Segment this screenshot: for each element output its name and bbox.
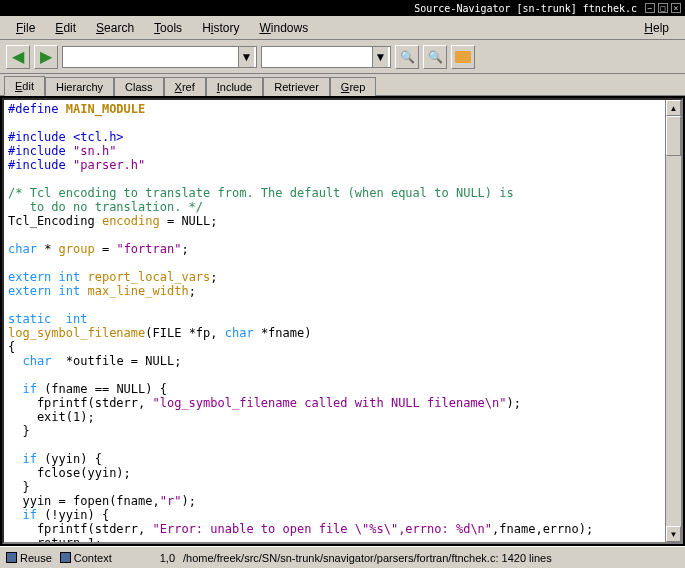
code-line[interactable]: char * group = "fortran"; bbox=[8, 242, 677, 256]
tab-include[interactable]: Include bbox=[206, 77, 263, 96]
code-line[interactable]: extern int report_local_vars; bbox=[8, 270, 677, 284]
open-button[interactable] bbox=[451, 45, 475, 69]
code-line[interactable]: #include <tcl.h> bbox=[8, 130, 677, 144]
tab-xref[interactable]: Xref bbox=[164, 77, 206, 96]
code-line[interactable]: return 1; bbox=[8, 536, 677, 544]
cursor-position: 1,0 bbox=[160, 552, 175, 564]
code-line[interactable]: if (!yyin) { bbox=[8, 508, 677, 522]
code-line[interactable] bbox=[8, 438, 677, 452]
code-line[interactable] bbox=[8, 298, 677, 312]
search-icon: 🔍 bbox=[428, 50, 443, 64]
code-editor[interactable]: #define MAIN_MODULE #include <tcl.h>#inc… bbox=[2, 98, 683, 544]
code-line[interactable]: exit(1); bbox=[8, 410, 677, 424]
scroll-up-icon[interactable]: ▲ bbox=[666, 100, 681, 116]
reuse-toggle[interactable]: Reuse bbox=[6, 552, 52, 564]
code-line[interactable] bbox=[8, 368, 677, 382]
code-line[interactable]: #include "sn.h" bbox=[8, 144, 677, 158]
checkbox-icon bbox=[60, 552, 71, 563]
file-path-status: /home/freek/src/SN/sn-trunk/snavigator/p… bbox=[183, 552, 679, 564]
arrow-left-icon: ◀ bbox=[12, 47, 24, 66]
tab-class[interactable]: Class bbox=[114, 77, 164, 96]
tab-retriever[interactable]: Retriever bbox=[263, 77, 330, 96]
code-line[interactable]: yyin = fopen(fname,"r"); bbox=[8, 494, 677, 508]
statusbar: Reuse Context 1,0 /home/freek/src/SN/sn-… bbox=[0, 546, 685, 568]
context-toggle[interactable]: Context bbox=[60, 552, 112, 564]
menu-tools[interactable]: Tools bbox=[144, 18, 192, 38]
code-content[interactable]: #define MAIN_MODULE #include <tcl.h>#inc… bbox=[4, 100, 681, 544]
code-line[interactable] bbox=[8, 116, 677, 130]
menu-history[interactable]: History bbox=[192, 18, 249, 38]
tab-edit[interactable]: Edit bbox=[4, 76, 45, 96]
code-line[interactable]: } bbox=[8, 480, 677, 494]
tab-hierarchy[interactable]: Hierarchy bbox=[45, 77, 114, 96]
search-doc-icon: 🔍 bbox=[400, 50, 415, 64]
vertical-scrollbar[interactable]: ▲ ▼ bbox=[665, 100, 681, 542]
code-line[interactable]: /* Tcl encoding to translate from. The d… bbox=[8, 186, 677, 200]
minimize-icon[interactable]: − bbox=[645, 3, 655, 13]
search-button[interactable]: 🔍 bbox=[423, 45, 447, 69]
code-line[interactable]: if (yyin) { bbox=[8, 452, 677, 466]
scroll-thumb[interactable] bbox=[666, 116, 681, 156]
menu-help[interactable]: Help bbox=[634, 18, 679, 38]
menu-edit[interactable]: Edit bbox=[45, 18, 86, 38]
filter-combo[interactable]: ▼ bbox=[261, 46, 391, 68]
code-line[interactable] bbox=[8, 256, 677, 270]
code-line[interactable]: fclose(yyin); bbox=[8, 466, 677, 480]
code-line[interactable]: static int bbox=[8, 312, 677, 326]
code-line[interactable] bbox=[8, 228, 677, 242]
chevron-down-icon[interactable]: ▼ bbox=[238, 47, 254, 67]
code-line[interactable]: if (fname == NULL) { bbox=[8, 382, 677, 396]
tab-grep[interactable]: Grep bbox=[330, 77, 376, 96]
find-button[interactable]: 🔍 bbox=[395, 45, 419, 69]
window-title: Source-Navigator [sn-trunk] ftnchek.c bbox=[414, 3, 637, 14]
menu-search[interactable]: Search bbox=[86, 18, 144, 38]
code-line[interactable]: char *outfile = NULL; bbox=[8, 354, 677, 368]
code-line[interactable]: fprintf(stderr, "Error: unable to open f… bbox=[8, 522, 677, 536]
close-icon[interactable]: × bbox=[671, 3, 681, 13]
code-line[interactable]: #define MAIN_MODULE bbox=[8, 102, 677, 116]
checkbox-icon bbox=[6, 552, 17, 563]
arrow-right-icon: ▶ bbox=[40, 47, 52, 66]
code-line[interactable]: { bbox=[8, 340, 677, 354]
chevron-down-icon[interactable]: ▼ bbox=[372, 47, 388, 67]
tabbar: Edit Hierarchy Class Xref Include Retrie… bbox=[0, 74, 685, 96]
forward-button[interactable]: ▶ bbox=[34, 45, 58, 69]
code-line[interactable]: fprintf(stderr, "log_symbol_filename cal… bbox=[8, 396, 677, 410]
menu-windows[interactable]: Windows bbox=[249, 18, 318, 38]
code-line[interactable]: extern int max_line_width; bbox=[8, 284, 677, 298]
code-line[interactable]: log_symbol_filename(FILE *fp, char *fnam… bbox=[8, 326, 677, 340]
filter-input[interactable] bbox=[262, 47, 372, 67]
menubar: File Edit Search Tools History Windows H… bbox=[0, 16, 685, 40]
reuse-label: Reuse bbox=[20, 552, 52, 564]
toolbar: ◀ ▶ ▼ ▼ 🔍 🔍 bbox=[0, 40, 685, 74]
code-line[interactable]: #include "parser.h" bbox=[8, 158, 677, 172]
menu-file[interactable]: File bbox=[6, 18, 45, 38]
symbol-input[interactable] bbox=[63, 47, 238, 67]
code-line[interactable]: Tcl_Encoding encoding = NULL; bbox=[8, 214, 677, 228]
titlebar: Source-Navigator [sn-trunk] ftnchek.c − … bbox=[0, 0, 685, 16]
symbol-combo[interactable]: ▼ bbox=[62, 46, 257, 68]
maximize-icon[interactable]: □ bbox=[658, 3, 668, 13]
code-line[interactable] bbox=[8, 172, 677, 186]
folder-icon bbox=[455, 51, 471, 63]
back-button[interactable]: ◀ bbox=[6, 45, 30, 69]
scroll-down-icon[interactable]: ▼ bbox=[666, 526, 681, 542]
context-label: Context bbox=[74, 552, 112, 564]
code-line[interactable]: to do no translation. */ bbox=[8, 200, 677, 214]
code-line[interactable]: } bbox=[8, 424, 677, 438]
